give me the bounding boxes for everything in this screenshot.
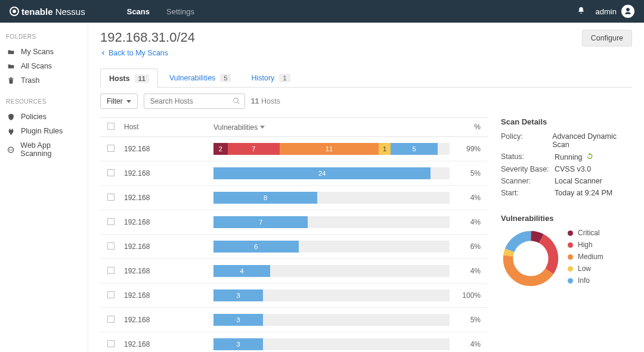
- sidebar-item-policies[interactable]: Policies: [6, 110, 82, 124]
- bell-icon[interactable]: [577, 7, 585, 16]
- table-row[interactable]: 192.168 24 5%: [100, 161, 488, 186]
- plug-icon: [7, 127, 15, 135]
- tab-badge: 1: [279, 74, 290, 82]
- vuln-bar-seg-high: 7: [228, 143, 280, 155]
- sidebar-item-my-scans[interactable]: My Scans: [6, 45, 82, 59]
- page-title: 192.168.31.0/24: [100, 30, 195, 45]
- refresh-icon: [586, 152, 593, 161]
- legend-high: High: [568, 241, 603, 249]
- vuln-bar-seg-info: 8: [213, 192, 317, 204]
- table-row[interactable]: 192.168 6 6%: [100, 235, 488, 259]
- table-row[interactable]: 192.168 3 5%: [100, 308, 488, 332]
- table-row[interactable]: 192.168 271115 99%: [100, 137, 488, 161]
- sidebar-item-label: My Scans: [21, 48, 54, 56]
- detail-row: Start:Today at 9:24 PM: [501, 189, 632, 197]
- detail-value: Advanced Dynamic Scan: [552, 132, 632, 149]
- scan-percent: 4%: [452, 214, 488, 230]
- sidebar-item-trash[interactable]: Trash: [6, 73, 82, 88]
- host-ip: 192.168: [122, 190, 211, 205]
- row-checkbox[interactable]: [107, 316, 114, 323]
- row-checkbox[interactable]: [107, 169, 114, 176]
- vuln-bar-seg-info: 3: [213, 314, 263, 326]
- host-ip: 192.168: [122, 263, 211, 279]
- detail-value: CVSS v3.0: [555, 165, 591, 173]
- web-icon: [7, 146, 14, 154]
- sidebar-item-label: Web App Scanning: [20, 141, 80, 158]
- detail-value: Today at 9:24 PM: [555, 189, 612, 197]
- row-checkbox[interactable]: [107, 242, 114, 250]
- vuln-panel-title: Vulnerabilities: [501, 214, 632, 223]
- hosts-table: Host Vulnerabilities % 192.168 271115 99…: [100, 117, 488, 352]
- row-checkbox[interactable]: [107, 145, 114, 152]
- scan-percent: 5%: [452, 166, 488, 181]
- top-nav: Scans Settings: [127, 7, 194, 16]
- vuln-bar: 8: [211, 188, 452, 207]
- col-vulnerabilities[interactable]: Vulnerabilities: [211, 118, 452, 136]
- row-checkbox[interactable]: [107, 340, 114, 347]
- search-icon[interactable]: [233, 97, 240, 107]
- top-right: admin: [577, 5, 634, 18]
- tab-hosts[interactable]: Hosts 11: [100, 68, 158, 88]
- caret-down-icon: [260, 126, 265, 129]
- configure-button[interactable]: Configure: [582, 30, 632, 46]
- vuln-bar: 3: [211, 286, 452, 305]
- vuln-bar: 6: [211, 237, 452, 256]
- table-row[interactable]: 192.168 8 4%: [100, 186, 488, 210]
- detail-label: Severity Base:: [501, 165, 555, 173]
- nav-scans[interactable]: Scans: [127, 7, 150, 16]
- legend-medium: Medium: [568, 253, 603, 261]
- tab-vulnerabilities[interactable]: Vulnerabilities 5: [160, 68, 240, 87]
- brand-logo-icon: [10, 7, 19, 16]
- col-host[interactable]: Host: [122, 118, 211, 136]
- select-all-checkbox[interactable]: [107, 123, 114, 130]
- sidebar-item-label: Trash: [21, 76, 40, 85]
- host-ip: 192.168: [122, 239, 211, 254]
- filter-button[interactable]: Filter: [100, 94, 138, 109]
- vuln-bar-seg-info: 6: [213, 241, 299, 253]
- table-row[interactable]: 192.168 3 4%: [100, 332, 488, 352]
- detail-row: Scanner:Local Scanner: [501, 177, 632, 185]
- vuln-bar: 271115: [211, 139, 452, 158]
- sidebar-item-web-app[interactable]: Web App Scanning: [6, 138, 82, 161]
- brand-name-light: Nessus: [55, 7, 85, 17]
- hosts-count: 11 Hosts: [251, 97, 280, 105]
- dot-icon: [568, 230, 573, 236]
- legend-low: Low: [568, 264, 603, 273]
- tab-label: Vulnerabilities: [169, 74, 215, 82]
- col-percent[interactable]: %: [452, 118, 488, 136]
- table-row[interactable]: 192.168 7 4%: [100, 210, 488, 235]
- sidebar-item-label: All Scans: [21, 62, 52, 70]
- scan-percent: 4%: [452, 337, 488, 352]
- user-menu[interactable]: admin: [596, 5, 634, 18]
- topbar: tenable Nessus Scans Settings admin: [0, 0, 644, 23]
- avatar-icon: [621, 5, 634, 18]
- vuln-bar: 3: [211, 310, 452, 329]
- detail-label: Scanner:: [501, 177, 555, 185]
- back-link[interactable]: Back to My Scans: [100, 49, 168, 57]
- table-row[interactable]: 192.168 4 4%: [100, 259, 488, 284]
- tab-history[interactable]: History 1: [242, 68, 299, 87]
- tab-badge: 11: [135, 74, 149, 83]
- row-checkbox[interactable]: [107, 194, 114, 201]
- sidebar-item-plugin-rules[interactable]: Plugin Rules: [6, 124, 82, 138]
- row-checkbox[interactable]: [107, 267, 114, 274]
- vuln-bar-seg-info: 3: [213, 338, 263, 350]
- row-checkbox[interactable]: [107, 218, 114, 225]
- vuln-bar-seg-medium: 11: [280, 143, 379, 155]
- row-checkbox[interactable]: [107, 291, 114, 298]
- legend-critical: Critical: [568, 229, 603, 237]
- table-row[interactable]: 192.168 3 100%: [100, 284, 488, 308]
- detail-value: Running: [555, 152, 593, 161]
- filter-row: Filter 11 Hosts: [100, 94, 632, 109]
- folder-icon: [7, 63, 15, 70]
- dot-icon: [568, 242, 573, 248]
- sidebar-item-all-scans[interactable]: All Scans: [6, 59, 82, 73]
- nav-settings[interactable]: Settings: [166, 7, 194, 16]
- table-header: Host Vulnerabilities %: [100, 117, 488, 137]
- detail-row: Status:Running: [501, 152, 632, 161]
- search-input[interactable]: [144, 94, 245, 109]
- brand[interactable]: tenable Nessus: [10, 7, 85, 17]
- right-panel: Scan Details Policy:Advanced Dynamic Sca…: [501, 117, 632, 352]
- detail-label: Start:: [501, 189, 555, 197]
- donut-seg: [508, 236, 553, 281]
